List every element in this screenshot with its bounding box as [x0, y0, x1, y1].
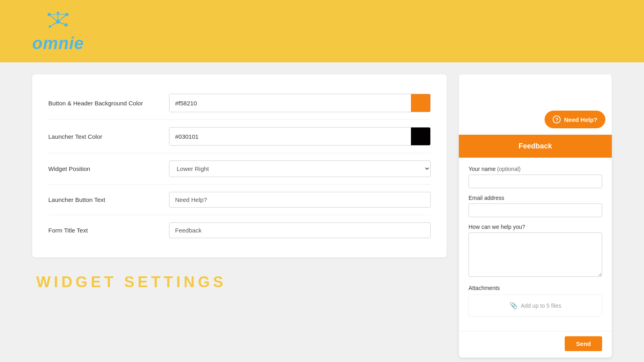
form-row-text-color: Launcher Text Color [48, 120, 431, 153]
text-color-wrapper [169, 127, 431, 146]
add-files-text: Add up to 5 files [521, 302, 561, 309]
text-color-swatch[interactable] [411, 128, 430, 145]
label-bg-color: Button & Header Background Color [48, 100, 169, 107]
widget-preview-panel: ? Need Help? Feedback Your name (optiona… [459, 74, 612, 358]
field-group-help: How can we help you? [469, 224, 602, 278]
need-help-label: Need Help? [564, 116, 597, 123]
field-group-name: Your name (optional) [469, 166, 602, 188]
title-text-wrapper [169, 222, 431, 238]
svg-point-6 [56, 20, 60, 24]
button-text-input[interactable] [169, 192, 431, 208]
button-text-wrapper [169, 192, 431, 208]
bg-color-text-input[interactable] [169, 94, 411, 112]
settings-panel: Button & Header Background Color Launche… [32, 74, 447, 358]
label-email: Email address [469, 195, 602, 201]
feedback-header-text: Feedback [518, 142, 552, 150]
title-text-input[interactable] [169, 222, 431, 238]
label-button-text: Launcher Button Text [48, 196, 169, 203]
how-help-textarea[interactable] [469, 232, 602, 277]
feedback-body: Your name (optional) Email address How c… [459, 158, 612, 331]
attachments-area[interactable]: 📎 Add up to 5 files [469, 294, 602, 317]
logo: omnie [32, 10, 84, 53]
text-color-text-input[interactable] [169, 128, 411, 145]
preview-top-card: ? Need Help? [459, 74, 612, 135]
feedback-footer: Send [459, 331, 612, 358]
position-select[interactable]: Lower Right Lower Left Upper Right Upper… [169, 160, 431, 177]
form-row-title-text: Form Title Text [48, 215, 431, 245]
attachments-label: Attachments [469, 285, 602, 291]
label-your-name: Your name (optional) [469, 166, 602, 172]
form-row-bg-color: Button & Header Background Color [48, 86, 431, 120]
need-help-button[interactable]: ? Need Help? [545, 111, 605, 128]
svg-point-8 [65, 13, 68, 16]
label-how-help: How can we help you? [469, 224, 602, 230]
send-button[interactable]: Send [565, 336, 602, 351]
main-content: Button & Header Background Color Launche… [0, 62, 644, 362]
feedback-card-header: Feedback [459, 135, 612, 158]
form-row-button-text: Launcher Button Text [48, 185, 431, 215]
svg-point-9 [64, 23, 68, 27]
email-input[interactable] [469, 204, 602, 217]
feedback-card: Feedback Your name (optional) Email addr… [459, 135, 612, 358]
logo-text: omnie [32, 34, 84, 53]
header: omnie [0, 0, 644, 62]
svg-point-11 [57, 12, 59, 14]
label-title-text: Form Title Text [48, 227, 169, 234]
bg-color-swatch[interactable] [411, 94, 430, 112]
your-name-input[interactable] [469, 175, 602, 188]
bg-color-input-group [169, 94, 431, 112]
attachments-section: Attachments 📎 Add up to 5 files [469, 285, 602, 317]
bg-color-wrapper [169, 94, 431, 112]
logo-icon [42, 10, 74, 34]
form-row-position: Widget Position Lower Right Lower Left U… [48, 153, 431, 185]
widget-settings-title: WIDGET SETTINGS [32, 274, 447, 291]
field-group-email: Email address [469, 195, 602, 217]
position-wrapper: Lower Right Lower Left Upper Right Upper… [169, 160, 431, 177]
svg-point-10 [49, 25, 51, 28]
settings-card: Button & Header Background Color Launche… [32, 74, 447, 257]
label-text-color: Launcher Text Color [48, 133, 169, 140]
paperclip-icon: 📎 [510, 302, 518, 309]
text-color-input-group [169, 127, 431, 146]
question-circle-icon: ? [553, 115, 561, 123]
svg-point-7 [47, 13, 51, 16]
label-position: Widget Position [48, 165, 169, 172]
